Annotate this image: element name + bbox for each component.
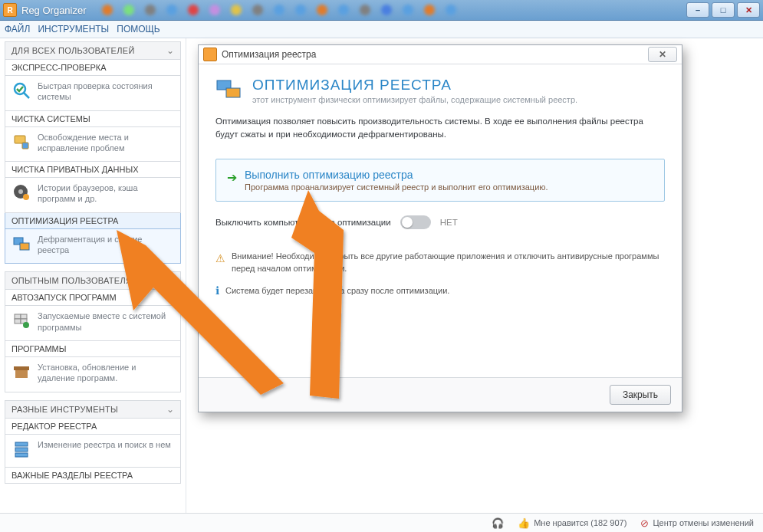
menu-file[interactable]: ФАЙЛ xyxy=(5,24,30,34)
sidebar-item-registry-optimize-body[interactable]: Дефрагментация и сжатие реестра xyxy=(5,229,181,264)
close-dialog-button[interactable]: Закрыть xyxy=(610,385,671,405)
sidebar-item-system-clean[interactable]: ЧИСТКА СИСТЕМЫ xyxy=(5,111,181,127)
like-label: Мне нравится (182 907) xyxy=(534,518,627,527)
sidebar-item-programs-body[interactable]: Установка, обновление и удаление програм… xyxy=(5,357,181,392)
sidebar-item-registry-editor-body[interactable]: Изменение реестра и поиск в нем xyxy=(5,435,181,468)
magnifier-check-icon xyxy=(12,80,31,100)
like-button[interactable]: 👍 Мне нравится (182 907) xyxy=(518,517,627,529)
shutdown-after-label: Выключить компьютер после оптимизации xyxy=(215,218,391,227)
sidebar-item-private-clean-body[interactable]: Истории браузеров, кэша программ и др. xyxy=(5,178,181,213)
shutdown-after-toggle[interactable] xyxy=(400,215,431,229)
menu-help[interactable]: ПОМОЩЬ xyxy=(117,24,160,34)
sidebar: ДЛЯ ВСЕХ ПОЛЬЗОВАТЕЛЕЙ ⌄ ЭКСПРЕСС-ПРОВЕР… xyxy=(0,38,186,515)
sidebar-item-programs[interactable]: ПРОГРАММЫ xyxy=(5,341,181,357)
sidebar-group-label: РАЗНЫЕ ИНСТРУМЕНТЫ xyxy=(12,405,118,414)
registry-optimize-icon xyxy=(215,77,242,103)
sidebar-item-desc: Дефрагментация и сжатие реестра xyxy=(38,234,174,256)
sidebar-item-autorun[interactable]: АВТОЗАПУСК ПРОГРАММ xyxy=(5,290,181,306)
dialog-titlebar: Оптимизация реестра ✕ xyxy=(199,45,682,64)
sidebar-item-important-keys[interactable]: ВАЖНЫЕ РАЗДЕЛЫ РЕЕСТРА xyxy=(5,468,181,484)
sidebar-item-desc: Освобождение места и исправление проблем xyxy=(38,132,174,154)
sidebar-item-express-check[interactable]: ЭКСПРЕСС-ПРОВЕРКА xyxy=(5,60,181,76)
maximize-button[interactable]: □ xyxy=(712,2,735,18)
undo-icon: ⊘ xyxy=(640,517,649,529)
svg-rect-20 xyxy=(226,88,240,97)
svg-line-1 xyxy=(24,93,29,98)
svg-rect-14 xyxy=(15,369,28,378)
svg-rect-18 xyxy=(15,453,28,457)
sidebar-item-desc: Запускаемые вместе с системой программы xyxy=(38,310,174,333)
statusbar: 🎧 👍 Мне нравится (182 907) ⊘ Центр отмен… xyxy=(0,513,763,532)
thumbs-up-icon: 👍 xyxy=(518,517,530,529)
section-subtitle: этот инструмент физически оптимизирует ф… xyxy=(252,95,577,104)
section-title: ОПТИМИЗАЦИЯ РЕЕСТРА xyxy=(252,77,577,94)
info-text: Система будет перезагружена сразу после … xyxy=(225,286,449,295)
window-buttons: – □ ✕ xyxy=(686,2,760,18)
sidebar-group-label: ОПЫТНЫМ ПОЛЬЗОВАТЕЛЯМ xyxy=(12,276,140,285)
undo-center-button[interactable]: ⊘ Центр отмены изменений xyxy=(640,517,754,529)
toggle-state-label: НЕТ xyxy=(440,218,458,227)
description-text: Оптимизация позволяет повысить производи… xyxy=(215,115,665,140)
sidebar-item-desc: Быстрая проверка состояния системы xyxy=(38,80,174,103)
run-optimization-button[interactable]: ➔ Выполнить оптимизацию реестра Программ… xyxy=(215,159,665,202)
registry-icon xyxy=(12,234,31,254)
headphones-button[interactable]: 🎧 xyxy=(492,517,504,529)
arrow-right-icon: ➔ xyxy=(227,170,237,185)
sidebar-item-private-clean[interactable]: ЧИСТКА ПРИВАТНЫХ ДАННЫХ xyxy=(5,162,181,178)
sidebar-item-registry-optimize[interactable]: ОПТИМИЗАЦИЯ РЕЕСТРА xyxy=(5,213,181,229)
flag-icon xyxy=(12,310,31,330)
dialog-close-button[interactable]: ✕ xyxy=(648,47,677,62)
warning-icon: ⚠ xyxy=(215,251,225,267)
sidebar-group-label: ДЛЯ ВСЕХ ПОЛЬЗОВАТЕЛЕЙ xyxy=(12,46,135,55)
window-titlebar: R Reg Organizer – □ ✕ xyxy=(0,0,763,21)
dialog-app-icon xyxy=(203,48,217,61)
svg-point-6 xyxy=(23,194,29,200)
sidebar-group-misc[interactable]: РАЗНЫЕ ИНСТРУМЕНТЫ ⌄ xyxy=(5,400,181,419)
broom-icon xyxy=(12,132,31,152)
sidebar-item-autorun-body[interactable]: Запускаемые вместе с системой программы xyxy=(5,306,181,341)
sidebar-item-registry-editor[interactable]: РЕДАКТОР РЕЕСТРА xyxy=(5,419,181,435)
minimize-button[interactable]: – xyxy=(686,2,709,18)
svg-rect-8 xyxy=(20,243,29,250)
window-title: Reg Organizer xyxy=(21,5,87,16)
svg-rect-15 xyxy=(14,366,29,370)
close-button[interactable]: ✕ xyxy=(737,2,760,18)
sidebar-item-express-check-body[interactable]: Быстрая проверка состояния системы xyxy=(5,76,181,111)
action-subtitle: Программа проанализирует системный реест… xyxy=(245,182,548,192)
svg-rect-17 xyxy=(15,448,28,452)
svg-rect-10 xyxy=(21,314,27,319)
sidebar-item-desc: Истории браузеров, кэша программ и др. xyxy=(38,182,174,205)
chevron-down-icon: ⌄ xyxy=(166,45,174,56)
svg-rect-9 xyxy=(15,314,21,319)
svg-rect-16 xyxy=(15,442,28,446)
chevron-down-icon: ⌄ xyxy=(166,404,174,415)
sidebar-item-desc: Изменение реестра и поиск в нем xyxy=(38,439,171,450)
database-icon xyxy=(12,439,31,459)
optimize-dialog: Оптимизация реестра ✕ ОПТИМИЗАЦИЯ РЕЕСТР… xyxy=(198,44,682,412)
app-icon: R xyxy=(3,3,17,17)
menubar: ФАЙЛ ИНСТРУМЕНТЫ ПОМОЩЬ xyxy=(0,21,763,38)
sidebar-group-all-users[interactable]: ДЛЯ ВСЕХ ПОЛЬЗОВАТЕЛЕЙ ⌄ xyxy=(5,41,181,60)
svg-rect-11 xyxy=(15,319,21,323)
disc-icon xyxy=(12,182,31,202)
action-title: Выполнить оптимизацию реестра xyxy=(245,169,548,181)
sidebar-group-advanced[interactable]: ОПЫТНЫМ ПОЛЬЗОВАТЕЛЯМ ⌄ xyxy=(5,271,181,290)
svg-point-13 xyxy=(23,322,29,328)
headphones-icon: 🎧 xyxy=(492,517,504,529)
chevron-down-icon: ⌄ xyxy=(166,275,174,286)
sidebar-item-system-clean-body[interactable]: Освобождение места и исправление проблем xyxy=(5,127,181,163)
svg-point-5 xyxy=(18,189,23,194)
info-icon: ℹ xyxy=(215,284,219,297)
dialog-title: Оптимизация реестра xyxy=(222,49,316,60)
menu-tools[interactable]: ИНСТРУМЕНТЫ xyxy=(38,24,109,34)
taskbar-blur xyxy=(102,4,671,16)
undo-label: Центр отмены изменений xyxy=(653,518,754,527)
box-icon xyxy=(12,362,31,382)
warning-text: Внимание! Необходимо закрыть все другие … xyxy=(232,251,665,274)
svg-rect-3 xyxy=(22,143,28,149)
sidebar-item-desc: Установка, обновление и удаление програм… xyxy=(38,362,174,384)
